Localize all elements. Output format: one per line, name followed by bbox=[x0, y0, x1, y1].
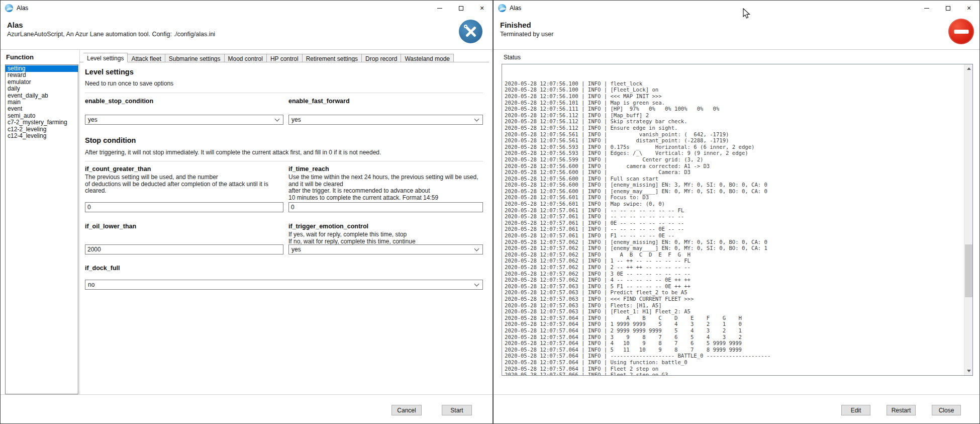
edit-button[interactable]: Edit bbox=[841, 405, 870, 415]
function-list-item[interactable]: c12-2_leveling bbox=[6, 126, 78, 133]
window-title: Alas bbox=[510, 5, 521, 12]
close-run-button[interactable]: Close bbox=[932, 405, 961, 415]
tab[interactable]: Drop record bbox=[362, 54, 401, 62]
minimize-button[interactable] bbox=[429, 1, 450, 16]
log-line: 2020-05-28 12:07:57.062 | INFO | A B C D… bbox=[505, 251, 963, 258]
label-if-trigger-emotion-control: if_trigger_emotion_control bbox=[288, 223, 483, 230]
log-line: 2020-05-28 12:07:56.600 | INFO | camera … bbox=[505, 163, 963, 169]
minimize-icon bbox=[924, 8, 929, 9]
minimize-button[interactable] bbox=[916, 1, 937, 16]
titlebar[interactable]: Alas ✕ bbox=[494, 1, 979, 16]
start-button[interactable]: Start bbox=[442, 405, 472, 415]
input-if-oil-lower-than[interactable] bbox=[85, 244, 283, 255]
log-line: 2020-05-28 12:07:57.064 | INFO | Using f… bbox=[505, 359, 963, 366]
select-if-dock-full[interactable]: no bbox=[85, 280, 483, 290]
tab-page-level-settings: Level settings Need to run once to save … bbox=[80, 62, 489, 394]
log-line: 2020-05-28 12:07:57.064 | INFO | 4 10 9 … bbox=[505, 340, 963, 347]
tab[interactable]: Retirement settings bbox=[303, 54, 362, 62]
run-status-title: Finished bbox=[500, 21, 531, 29]
function-listbox[interactable]: setting reward emulator daily event_dail… bbox=[5, 64, 78, 394]
log-line: 2020-05-28 12:07:56.112 | INFO | [Map_bu… bbox=[505, 112, 963, 119]
restart-button[interactable]: Restart bbox=[887, 405, 916, 415]
tab[interactable]: Submarine settings bbox=[165, 54, 225, 62]
label-enable-stop-condition: enable_stop_condition bbox=[85, 98, 283, 105]
function-label: Function bbox=[6, 53, 34, 61]
scroll-down-icon[interactable] bbox=[964, 367, 973, 375]
tab[interactable]: Level settings bbox=[83, 53, 128, 62]
desc-if-trigger-emotion-control: If yes, wait for reply, complete this ti… bbox=[288, 231, 483, 245]
divider bbox=[85, 93, 483, 93]
log-line: 2020-05-28 12:07:57.061 | INFO | -- -- -… bbox=[505, 207, 963, 214]
log-line: 2020-05-28 12:07:56.600 | INFO | [enemy_… bbox=[505, 182, 963, 188]
log-line: 2020-05-28 12:07:57.061 | INFO | F1 -- -… bbox=[505, 232, 963, 239]
log-line: 2020-05-28 12:07:56.561 | INFO | distant… bbox=[505, 137, 963, 144]
log-line: 2020-05-28 12:07:56.600 | INFO | Full sc… bbox=[505, 176, 963, 182]
function-list-item[interactable]: main bbox=[6, 99, 78, 106]
log-line: 2020-05-28 12:07:56.600 | INFO | Camera:… bbox=[505, 169, 963, 176]
header-divider bbox=[494, 49, 979, 50]
run-status-subtitle: Terminated by user bbox=[500, 31, 553, 38]
function-list-item[interactable]: reward bbox=[6, 72, 78, 78]
select-enable-fast-forward[interactable]: yes bbox=[288, 115, 483, 125]
log-line: 2020-05-28 12:07:57.061 | INFO | -- -- -… bbox=[505, 213, 963, 220]
window-alas-log: Alas ✕ Finished Terminated by user Statu… bbox=[493, 0, 980, 424]
scroll-up-icon[interactable] bbox=[964, 64, 973, 73]
label-if-time-reach: if_time_reach bbox=[288, 165, 483, 173]
titlebar[interactable]: Alas ✕ bbox=[1, 1, 493, 16]
log-line: 2020-05-28 12:07:57.062 | INFO | 3 0E --… bbox=[505, 271, 963, 277]
section-desc-level-settings: Need to run once to save options bbox=[85, 80, 173, 87]
input-if-count-greater-than[interactable] bbox=[85, 202, 283, 212]
status-log[interactable]: 2020-05-28 12:07:56.100 | INFO | fleet_l… bbox=[502, 64, 973, 376]
log-line: 2020-05-28 12:07:57.064 | INFO | 3 9 8 7… bbox=[505, 334, 963, 341]
log-line: 2020-05-28 12:07:56.112 | INFO | Ensure … bbox=[505, 125, 963, 131]
log-line: 2020-05-28 12:07:57.063 | INFO | Predict… bbox=[505, 289, 963, 296]
log-line: 2020-05-28 12:07:57.063 | INFO | 5 F1 --… bbox=[505, 283, 963, 290]
function-list-item[interactable]: semi_auto bbox=[6, 113, 78, 119]
function-list-item[interactable]: event_daily_ab bbox=[6, 93, 78, 99]
function-list-item[interactable]: emulator bbox=[6, 79, 78, 86]
cancel-button[interactable]: Cancel bbox=[391, 405, 422, 415]
label-enable-fast-forward: enable_fast_forward bbox=[288, 98, 483, 105]
tab[interactable]: HP control bbox=[267, 54, 303, 62]
chevron-down-icon bbox=[474, 117, 479, 122]
section-title-level-settings: Level settings bbox=[85, 68, 134, 76]
log-line: 2020-05-28 12:07:57.061 | INFO | -- -- -… bbox=[505, 226, 963, 232]
log-line: 2020-05-28 12:07:57.063 | INFO | Fleets:… bbox=[505, 302, 963, 309]
log-line: 2020-05-28 12:07:57.062 | INFO | 4 -- --… bbox=[505, 277, 963, 283]
log-line: 2020-05-28 12:07:56.100 | INFO | fleet_l… bbox=[505, 80, 963, 87]
log-line: 2020-05-28 12:07:56.593 | INFO | 0.175s … bbox=[505, 144, 963, 150]
desc-if-count-greater-than: The previous setting will be used, and t… bbox=[85, 174, 283, 195]
section-title-stop-condition: Stop condition bbox=[85, 136, 136, 144]
tab-strip: Level settings Attack fleet Submarine se… bbox=[83, 53, 454, 62]
select-enable-stop-condition[interactable]: yes bbox=[85, 115, 283, 125]
log-line: 2020-05-28 12:07:57.064 | INFO | Fleet 2… bbox=[505, 366, 963, 372]
log-line: 2020-05-28 12:07:56.601 | INFO | Map swi… bbox=[505, 201, 963, 207]
log-line: 2020-05-28 12:07:57.063 | INFO | [Fleet_… bbox=[505, 308, 963, 315]
tab[interactable]: Mood control bbox=[225, 54, 267, 62]
desc-if-time-reach: Use the time within the next 24 hours, t… bbox=[288, 174, 483, 201]
function-list-item[interactable]: c12-4_leveling bbox=[6, 133, 78, 139]
alas-logo-icon bbox=[5, 4, 13, 12]
header-divider bbox=[1, 49, 493, 50]
close-icon: ✕ bbox=[479, 6, 484, 11]
input-if-time-reach[interactable] bbox=[288, 202, 483, 212]
maximize-button[interactable] bbox=[937, 1, 958, 16]
log-line: 2020-05-28 12:07:56.593 | INFO | Edges: … bbox=[505, 150, 963, 156]
select-if-trigger-emotion-control[interactable]: yes bbox=[288, 244, 483, 255]
function-list-item[interactable]: daily bbox=[6, 86, 78, 92]
close-button[interactable]: ✕ bbox=[958, 1, 979, 16]
log-line: 2020-05-28 12:07:57.062 | INFO | 1 -- ++… bbox=[505, 258, 963, 264]
function-list-item[interactable]: event bbox=[6, 106, 78, 112]
log-scrollbar[interactable] bbox=[964, 64, 972, 375]
footer-divider bbox=[494, 394, 979, 395]
function-list-item[interactable]: c7-2_mystery_farming bbox=[6, 119, 78, 126]
tab[interactable]: Wasteland mode bbox=[401, 54, 454, 62]
maximize-button[interactable] bbox=[450, 1, 471, 16]
function-list-item[interactable]: setting bbox=[6, 65, 78, 72]
log-line: 2020-05-28 12:07:57.064 | INFO | -------… bbox=[505, 353, 963, 359]
page-subtitle: AzurLaneAutoScript, An Azur Lane automat… bbox=[7, 31, 215, 38]
tab[interactable]: Attack fleet bbox=[128, 54, 165, 62]
log-line: 2020-05-28 12:07:56.601 | INFO | Focus t… bbox=[505, 194, 963, 201]
close-button[interactable]: ✕ bbox=[471, 1, 493, 16]
scrollbar-thumb[interactable] bbox=[965, 244, 972, 297]
